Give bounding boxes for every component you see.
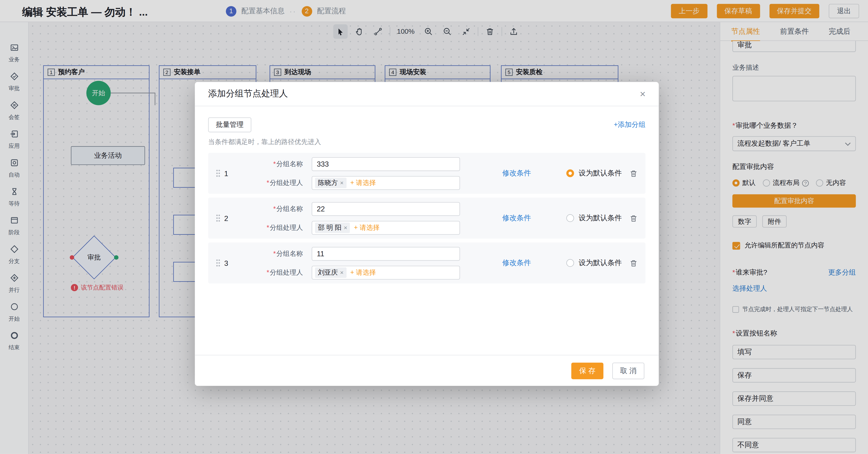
drag-handle-icon[interactable]	[216, 259, 220, 267]
please-select-link[interactable]: + 请选择	[350, 268, 376, 277]
delete-row-trash-icon[interactable]	[629, 259, 638, 267]
default-condition-wrap: 设为默认条件	[566, 258, 622, 268]
modal-title: 添加分组节点处理人	[208, 88, 288, 100]
handler-tag: 刘亚庆×	[315, 267, 346, 278]
default-condition-wrap: 设为默认条件	[566, 168, 622, 178]
group-handler-select[interactable]: 刘亚庆× + 请选择	[312, 266, 460, 279]
modal-top-row: 批量管理 +添加分组	[208, 117, 645, 132]
modal-footer: 保 存 取 消	[195, 355, 659, 386]
group-name-input[interactable]	[312, 157, 460, 171]
handler-tag: 陈晓方×	[315, 178, 346, 188]
group-row-1: 1 *分组名称 *分组处理人 陈晓方× + 请选择 修改条件	[208, 153, 645, 194]
please-select-link[interactable]: + 请选择	[354, 223, 379, 232]
group-handler-select[interactable]: 陈晓方× + 请选择	[312, 176, 460, 190]
handler-tag: 邵 明 阳×	[315, 222, 350, 233]
edit-condition-link[interactable]: 修改条件	[502, 213, 531, 223]
app-root: 编辑 安装工单 — 勿动！ ... 1 配置基本信息 ·· 2 配置流程 上一步…	[0, 0, 868, 454]
please-select-link[interactable]: + 请选择	[350, 178, 376, 187]
default-condition-radio[interactable]	[566, 214, 574, 222]
group-handler-label: *分组处理人	[245, 268, 303, 277]
group-name-input[interactable]	[312, 202, 460, 216]
cancel-button[interactable]: 取 消	[612, 362, 644, 379]
row-fields: *分组名称 *分组处理人 陈晓方× + 请选择	[245, 157, 460, 190]
group-row-3: 3 *分组名称 *分组处理人 刘亚庆× + 请选择 修改条件	[208, 243, 645, 283]
group-name-input[interactable]	[312, 246, 460, 261]
group-handler-select[interactable]: 邵 明 阳× + 请选择	[312, 221, 460, 235]
default-condition-label: 设为默认条件	[579, 258, 622, 268]
default-condition-wrap: 设为默认条件	[566, 213, 622, 223]
add-group-handler-modal: 添加分组节点处理人 × 批量管理 +添加分组 当条件都满足时，靠上的路径优先进入…	[195, 82, 659, 386]
group-name-label: *分组名称	[245, 204, 303, 214]
remove-tag-icon[interactable]: ×	[340, 179, 344, 186]
default-condition-label: 设为默认条件	[579, 213, 622, 223]
edit-condition-link[interactable]: 修改条件	[502, 168, 531, 178]
delete-row-trash-icon[interactable]	[629, 214, 638, 222]
group-handler-label: *分组处理人	[245, 178, 303, 187]
remove-tag-icon[interactable]: ×	[340, 269, 344, 276]
priority-hint: 当条件都满足时，靠上的路径优先进入	[208, 137, 645, 147]
drag-handle-icon[interactable]	[216, 170, 220, 177]
group-row-2: 2 *分组名称 *分组处理人 邵 明 阳× + 请选择 修改条件	[208, 198, 645, 239]
default-condition-label: 设为默认条件	[579, 168, 622, 178]
modal-header: 添加分组节点处理人	[195, 82, 659, 107]
default-condition-radio[interactable]	[566, 170, 574, 177]
default-condition-radio[interactable]	[566, 259, 574, 267]
row-fields: *分组名称 *分组处理人 刘亚庆× + 请选择	[245, 246, 460, 279]
edit-condition-link[interactable]: 修改条件	[502, 258, 531, 268]
row-fields: *分组名称 *分组处理人 邵 明 阳× + 请选择	[245, 202, 460, 235]
row-index: 2	[224, 214, 228, 222]
row-index: 1	[224, 169, 228, 178]
remove-tag-icon[interactable]: ×	[344, 224, 347, 231]
add-group-link[interactable]: +添加分组	[614, 120, 646, 130]
group-handler-label: *分组处理人	[245, 223, 303, 232]
drag-handle-icon[interactable]	[216, 214, 220, 222]
group-name-label: *分组名称	[245, 159, 303, 169]
delete-row-trash-icon[interactable]	[629, 169, 638, 178]
save-button[interactable]: 保 存	[571, 362, 603, 379]
group-name-label: *分组名称	[245, 249, 303, 259]
close-icon[interactable]: ×	[637, 88, 649, 100]
modal-body: 批量管理 +添加分组 当条件都满足时，靠上的路径优先进入 1 *分组名称 *分组…	[195, 106, 659, 283]
batch-manage-button[interactable]: 批量管理	[208, 117, 251, 132]
row-index: 3	[224, 259, 228, 267]
